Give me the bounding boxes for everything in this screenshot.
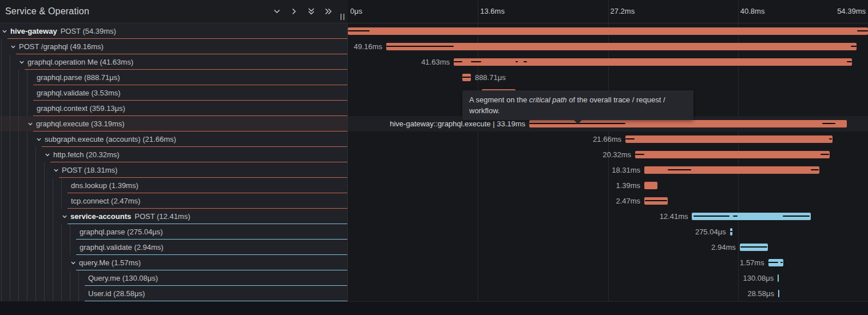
span-timeline-cell[interactable]: 275.04μs	[348, 224, 868, 240]
panel-divider[interactable]	[347, 0, 348, 302]
span-row[interactable]: User.id (28.58μs)28.58μs	[0, 286, 868, 301]
span-timeline-cell[interactable]: 2.47ms	[348, 193, 868, 209]
span-timeline-cell[interactable]: 1.39ms	[348, 178, 868, 193]
critical-path-segment	[740, 246, 767, 248]
span-timeline-cell[interactable]: 888.71μs	[348, 70, 868, 85]
chevron-down-icon[interactable]	[45, 152, 50, 158]
span-timeline-cell[interactable]: 20.32ms	[348, 147, 868, 162]
chevron-down-icon[interactable]	[272, 7, 282, 17]
span-bar[interactable]	[644, 182, 657, 189]
span-name-cell[interactable]: hive-gatewayPOST (54.39ms)	[0, 23, 348, 39]
indent-guide	[53, 255, 53, 270]
indent-guide	[35, 270, 36, 286]
span-name-cell[interactable]: POST (18.31ms)	[0, 162, 348, 178]
span-name-cell[interactable]: dns.lookup (1.39ms)	[0, 178, 348, 193]
span-row[interactable]: POST (18.31ms)18.31ms	[0, 162, 868, 178]
chevron-down-icon[interactable]	[53, 168, 59, 173]
critical-path-segment	[783, 216, 810, 217]
double-chevron-down-icon[interactable]	[306, 7, 316, 17]
span-name-cell[interactable]: User.id (28.58μs)	[0, 286, 348, 301]
span-row[interactable]: hive-gatewayPOST (54.39ms)	[0, 23, 868, 39]
span-bar[interactable]	[454, 58, 852, 66]
span-name: graphql.context (359.13μs)	[37, 101, 125, 116]
span-name-cell[interactable]: graphql.validate (2.94ms)	[0, 240, 348, 255]
span-name: http.fetch (20.32ms)	[45, 147, 120, 162]
indent-guide	[18, 270, 19, 286]
indent-guide	[27, 162, 27, 178]
operation-name: Query.me (130.08μs)	[88, 274, 158, 282]
span-row[interactable]: graphql.parse (275.04μs)275.04μs	[0, 224, 868, 240]
indent-guide	[1, 147, 2, 162]
span-name-cell[interactable]: graphql.validate (3.53ms)	[0, 85, 348, 101]
span-row[interactable]: dns.lookup (1.39ms)1.39ms	[0, 178, 868, 193]
row-border	[85, 301, 348, 301]
indent-guide	[27, 178, 27, 193]
indent-guide	[27, 85, 27, 101]
span-name: hive-gatewayPOST (54.39ms)	[2, 23, 116, 39]
span-name-cell[interactable]: graphql.parse (888.71μs)	[0, 70, 348, 85]
span-timeline-cell[interactable]: 41.63ms	[348, 54, 868, 70]
span-timeline-cell[interactable]: 49.16ms	[348, 39, 868, 54]
chevron-down-icon[interactable]	[70, 260, 76, 266]
duration-label: 20.32ms	[603, 147, 631, 162]
span-name-cell[interactable]: query.Me (1.57ms)	[0, 255, 348, 270]
span-bar[interactable]	[625, 135, 833, 143]
span-name-cell[interactable]: Query.me (130.08μs)	[0, 270, 348, 286]
span-row[interactable]: graphql.validate (2.94ms)2.94ms	[0, 240, 868, 255]
span-timeline-cell[interactable]	[348, 23, 868, 39]
indent-guide	[44, 162, 45, 178]
span-timeline-cell[interactable]: 2.94ms	[348, 240, 868, 255]
span-bar[interactable]	[348, 27, 868, 35]
duration-label: 2.47ms	[616, 193, 640, 209]
span-name-cell[interactable]: graphql.execute (33.19ms)	[0, 116, 348, 131]
span-row[interactable]: graphql.operation Me (41.63ms)41.63ms	[0, 54, 868, 70]
span-row[interactable]: graphql.parse (888.71μs)888.71μs	[0, 70, 868, 85]
duration-label: 275.04μs	[695, 224, 726, 240]
critical-path-segment	[730, 231, 732, 232]
chevron-right-icon[interactable]	[289, 7, 299, 17]
span-timeline-cell[interactable]: 21.66ms	[348, 131, 868, 147]
span-row[interactable]: query.Me (1.57ms)1.57ms	[0, 255, 868, 270]
double-chevron-right-icon[interactable]	[323, 7, 333, 17]
critical-path-segment	[516, 61, 518, 62]
span-timeline-cell[interactable]: 1.57ms	[348, 255, 868, 270]
span-row[interactable]: graphql.execute (33.19ms)hive-gateway::g…	[0, 116, 868, 131]
operation-name: graphql.validate (2.94ms)	[80, 243, 164, 252]
span-name-cell[interactable]: POST /graphql (49.16ms)	[0, 39, 348, 54]
span-row[interactable]: POST /graphql (49.16ms)49.16ms	[0, 39, 868, 54]
indent-guide	[44, 193, 45, 209]
span-name-cell[interactable]: service-accountsPOST (12.41ms)	[0, 209, 348, 224]
span-timeline-cell[interactable]: 28.58μs	[348, 286, 868, 301]
span-name-cell[interactable]: tcp.connect (2.47ms)	[0, 193, 348, 209]
span-name-cell[interactable]: http.fetch (20.32ms)	[0, 147, 348, 162]
chevron-down-icon[interactable]	[27, 121, 33, 127]
span-row[interactable]: Query.me (130.08μs)130.08μs	[0, 270, 868, 286]
span-name-cell[interactable]: graphql.context (359.13μs)	[0, 101, 348, 116]
span-timeline-cell[interactable]: 12.41ms	[348, 209, 868, 224]
span-row[interactable]: graphql.validate (3.53ms)3.53ms	[0, 85, 868, 101]
indent-guide	[35, 240, 36, 255]
indent-guide	[18, 116, 19, 131]
span-timeline-cell[interactable]: 18.31ms	[348, 162, 868, 178]
chevron-down-icon[interactable]	[36, 137, 42, 142]
span-row[interactable]: graphql.context (359.13μs)359.13μs	[0, 101, 868, 116]
span-bar[interactable]	[778, 274, 779, 282]
span-name-cell[interactable]: graphql.operation Me (41.63ms)	[0, 54, 348, 70]
chevron-down-icon[interactable]	[19, 59, 25, 65]
span-name-cell[interactable]: graphql.parse (275.04μs)	[0, 224, 348, 240]
span-row[interactable]: service-accountsPOST (12.41ms)12.41ms	[0, 209, 868, 224]
span-row[interactable]: tcp.connect (2.47ms)2.47ms	[0, 193, 868, 209]
span-name-cell[interactable]: subgraph.execute (accounts) (21.66ms)	[0, 131, 348, 147]
span-timeline-cell[interactable]: 130.08μs	[348, 270, 868, 286]
panel-resize-handle-icon[interactable]	[338, 13, 346, 21]
chevron-down-icon[interactable]	[62, 214, 68, 220]
span-bar[interactable]	[778, 290, 779, 297]
span-bar[interactable]	[635, 151, 830, 158]
span-row[interactable]: http.fetch (20.32ms)20.32ms	[0, 147, 868, 162]
chevron-down-icon[interactable]	[2, 29, 7, 34]
chevron-down-icon[interactable]	[10, 44, 16, 50]
span-row[interactable]: subgraph.execute (accounts) (21.66ms)21.…	[0, 131, 868, 147]
timeline-tick-label: 13.6ms	[480, 0, 505, 23]
span-bar[interactable]	[386, 43, 857, 50]
indent-guide	[61, 270, 62, 286]
